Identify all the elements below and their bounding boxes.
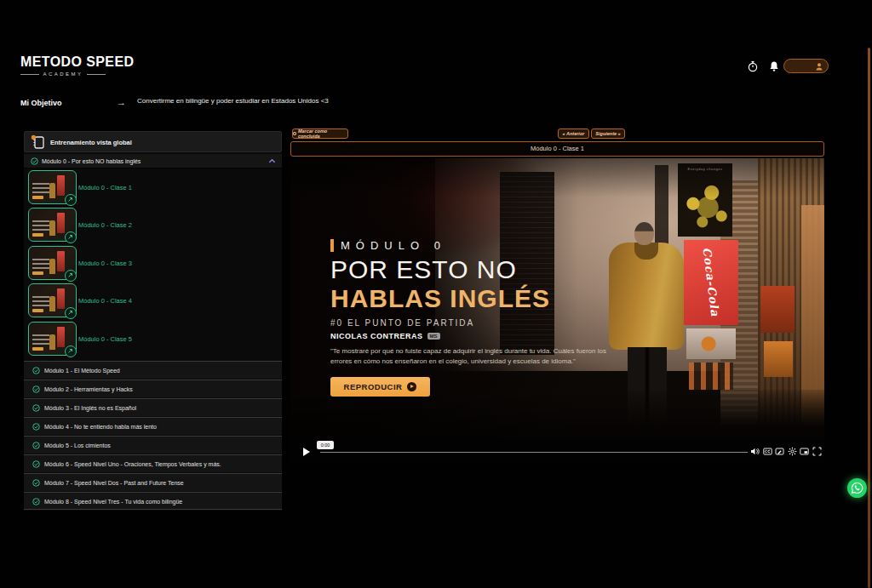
time-chip: 0:00 (317, 441, 334, 449)
check-circle-icon (32, 479, 40, 487)
app-window: METODO SPEED ACADEMY Mi Objetivo → Conve… (0, 0, 872, 588)
poster-quote: "Te mostraré por qué no fuiste capaz de … (330, 346, 627, 366)
whatsapp-button[interactable] (847, 478, 867, 498)
mark-complete-button[interactable]: Marcar como concluida (292, 128, 348, 139)
previous-label: « Anterior (563, 131, 585, 136)
sidebar-module-3[interactable]: Módulo 3 - El Inglés no es Español (24, 398, 282, 416)
check-circle-icon (32, 385, 40, 393)
progress-bar[interactable] (320, 452, 748, 453)
lesson-main: Marcar como concluida « Anterior Siguien… (290, 0, 826, 588)
video-player: Everyday changes Coca-Cola MÓDULO 0 (290, 158, 824, 464)
logo-title: METODO SPEED (20, 54, 106, 70)
arrow-up-right-icon (67, 310, 73, 316)
thumb-badge (65, 307, 77, 319)
page-scrollbar[interactable] (868, 48, 870, 588)
class-label: Módulo 0 - Clase 4 (78, 297, 132, 305)
class-item-3[interactable]: Módulo 0 - Clase 3 (24, 246, 282, 283)
check-circle-icon (31, 157, 38, 165)
module-0-title: Módulo 0 - Por esto NO hablas inglés (42, 158, 141, 164)
reproduce-button[interactable]: REPRODUCIR (330, 377, 430, 397)
check-circle-icon (32, 460, 40, 468)
sidebar-header[interactable]: Entrenamiento vista global (24, 131, 282, 152)
reproduce-label: REPRODUCIR (344, 382, 403, 391)
module-label: Módulo 4 - No te entiendo habla más lent… (44, 424, 157, 430)
class-item-1[interactable]: Módulo 0 - Clase 1 (24, 170, 282, 208)
thumb-badge (65, 345, 77, 357)
check-circle-icon (32, 404, 40, 412)
poster-title-line1: POR ESTO NO (330, 255, 637, 284)
sidebar-module-1[interactable]: Módulo 1 - El Método Speed (24, 361, 282, 379)
player-controls: 0:00 (290, 439, 824, 464)
check-circle-icon (32, 423, 40, 431)
check-circle-icon (32, 442, 40, 449)
poster-module-label: MÓDULO 0 (341, 239, 446, 252)
arrow-up-right-icon (67, 234, 73, 240)
poster-text-block: MÓDULO 0 POR ESTO NO HABLAS INGLÉS #0 EL… (330, 239, 637, 397)
class-item-5[interactable]: Módulo 0 - Clase 5 (24, 322, 282, 359)
volume-icon[interactable] (750, 447, 760, 456)
circle-icon (293, 132, 296, 135)
arrow-up-right-icon (67, 197, 73, 203)
sidebar-module-0[interactable]: Módulo 0 - Por esto NO hablas inglés (24, 154, 282, 168)
notebook-icon (31, 134, 47, 151)
sidebar-module-8[interactable]: Módulo 8 - Speed Nivel Tres - Tu vida co… (24, 492, 282, 510)
sidebar-module-2[interactable]: Módulo 2 - Herramientas y Hacks (24, 380, 282, 397)
module-label: Módulo 8 - Speed Nivel Tres - Tu vida co… (44, 499, 182, 505)
poster-subtitle: #0 EL PUNTO DE PARTIDA (330, 318, 637, 328)
class-item-4[interactable]: Módulo 0 - Clase 4 (24, 283, 282, 321)
module-label: Módulo 1 - El Método Speed (44, 368, 120, 374)
logo-rule-right (87, 74, 106, 75)
notes-icon[interactable] (775, 447, 784, 456)
module-label: Módulo 7 - Speed Nivel Dos - Past and Fu… (44, 480, 184, 486)
captions-icon[interactable] (763, 447, 772, 456)
next-label: Siguiente » (595, 131, 620, 136)
class-label: Módulo 0 - Clase 5 (78, 335, 132, 343)
class-label: Módulo 0 - Clase 1 (78, 184, 132, 191)
mark-complete-label: Marcar como concluida (298, 128, 347, 139)
objective-label: Mi Objetivo (20, 99, 62, 107)
author-badge: MS (427, 333, 440, 340)
play-circle-icon (407, 382, 416, 391)
poster-title-line2: HABLAS INGLÉS (330, 284, 637, 313)
play-button[interactable] (303, 448, 310, 456)
sidebar-module-4[interactable]: Módulo 4 - No te entiendo habla más lent… (24, 417, 282, 435)
check-circle-icon (32, 367, 40, 374)
sidebar-header-label: Entrenamiento vista global (50, 139, 132, 146)
module-label: Módulo 6 - Speed Nivel Uno - Oraciones, … (44, 461, 221, 467)
module-label: Módulo 3 - El Inglés no es Español (44, 405, 136, 411)
settings-icon[interactable] (788, 447, 797, 456)
arrow-up-right-icon (67, 348, 73, 354)
logo-rule-left (20, 74, 39, 75)
class-label: Módulo 0 - Clase 3 (78, 260, 132, 267)
chevron-up-icon[interactable] (268, 157, 276, 165)
pip-icon[interactable] (800, 447, 809, 456)
arrow-right-icon: → (117, 97, 126, 107)
brand-logo: METODO SPEED ACADEMY (20, 54, 106, 77)
next-button[interactable]: Siguiente » (591, 128, 625, 139)
thumb-badge (65, 231, 77, 243)
check-circle-icon (32, 498, 40, 505)
fullscreen-icon[interactable] (812, 447, 822, 456)
whatsapp-icon (851, 482, 863, 494)
logo-subtitle: ACADEMY (43, 71, 83, 77)
thumb-badge (65, 194, 77, 206)
previous-button[interactable]: « Anterior (558, 128, 589, 139)
thumb-badge (65, 270, 77, 282)
class-label: Módulo 0 - Clase 2 (78, 221, 132, 229)
course-sidebar: Entrenamiento vista global Módulo 0 - Po… (24, 131, 282, 511)
lesson-title-bar: Módulo 0 - Clase 1 (290, 141, 824, 157)
sidebar-module-7[interactable]: Módulo 7 - Speed Nivel Dos - Past and Fu… (24, 473, 282, 491)
sidebar-module-6[interactable]: Módulo 6 - Speed Nivel Uno - Oraciones, … (24, 454, 282, 472)
arrow-up-right-icon (67, 272, 73, 278)
module-label: Módulo 5 - Los cimientos (44, 442, 111, 448)
module-label: Módulo 2 - Herramientas y Hacks (44, 386, 133, 392)
video-poster: Everyday changes Coca-Cola MÓDULO 0 (290, 158, 824, 439)
accent-bar (330, 239, 334, 252)
sidebar-module-5[interactable]: Módulo 5 - Los cimientos (24, 436, 282, 454)
class-item-2[interactable]: Módulo 0 - Clase 2 (24, 208, 282, 245)
poster-author: NICOLAS CONTRERAS (330, 332, 423, 340)
